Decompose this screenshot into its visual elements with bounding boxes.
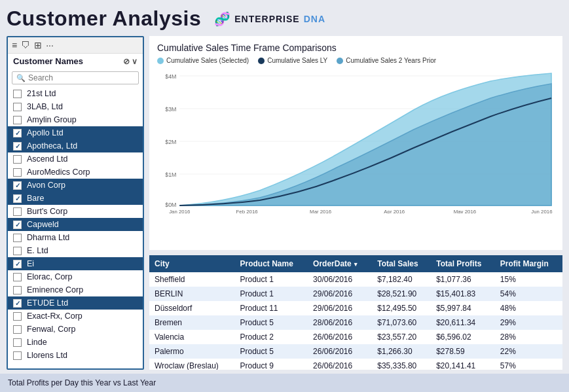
table-header-cell[interactable]: Profit Margin: [495, 255, 562, 272]
table-cell: $20,611.34: [431, 315, 495, 330]
checkbox[interactable]: ✓: [13, 142, 22, 151]
list-item[interactable]: ✓Bare: [8, 192, 143, 205]
list-item[interactable]: 21st Ltd: [8, 87, 143, 100]
svg-text:Mar 2016: Mar 2016: [310, 209, 332, 213]
table-cell: $278.59: [431, 344, 495, 359]
checkbox[interactable]: ✓: [13, 260, 22, 268]
checkbox[interactable]: [13, 155, 22, 164]
legend-dot: [337, 58, 343, 64]
customer-list: 21st Ltd3LAB, LtdAmylin Group✓Apollo Ltd…: [8, 87, 143, 368]
checkbox[interactable]: [13, 116, 22, 124]
table-cell: Product 1: [234, 287, 308, 301]
list-item[interactable]: ✓ETUDE Ltd: [8, 296, 143, 310]
customer-name-label: Capweld: [27, 220, 59, 229]
table-scroll[interactable]: CityProduct NameOrderDate▼Total SalesTot…: [149, 255, 562, 370]
menu-icon[interactable]: ≡: [12, 40, 17, 50]
table-cell: 57%: [495, 359, 562, 370]
customer-name-label: Avon Corp: [27, 181, 65, 190]
checkbox[interactable]: [13, 103, 22, 111]
checkbox[interactable]: [13, 312, 22, 321]
list-item[interactable]: 3LAB, Ltd: [8, 100, 143, 113]
search-icon: 🔍: [16, 74, 26, 82]
table-cell: Product 1: [234, 272, 308, 287]
filter-icon[interactable]: ⛉: [21, 40, 30, 50]
checkbox[interactable]: ✓: [13, 181, 22, 190]
search-input[interactable]: [28, 73, 134, 82]
legend-label: Cumulative Sales LY: [267, 57, 327, 64]
chart-area: $4M $3M $2M $1M $0M: [157, 69, 555, 213]
clear-selection-icon[interactable]: ⊘ ∨: [123, 57, 138, 66]
checkbox[interactable]: ✓: [13, 221, 22, 229]
table-header-cell[interactable]: OrderDate▼: [308, 255, 372, 272]
panel-toolbar: ≡ ⛉ ⊞ ···: [8, 37, 143, 54]
table-cell: Product 11: [234, 301, 308, 315]
list-item[interactable]: ✓Apotheca, Ltd: [8, 139, 143, 152]
checkbox[interactable]: [13, 168, 22, 177]
list-item[interactable]: ✓Ei: [8, 257, 143, 270]
checkbox[interactable]: [13, 247, 22, 255]
table-header-cell[interactable]: Total Sales: [372, 255, 431, 272]
list-item[interactable]: Fenwal, Corp: [8, 323, 143, 336]
checkbox[interactable]: [13, 325, 22, 334]
list-item[interactable]: ✓Apollo Ltd: [8, 126, 143, 139]
list-item[interactable]: Burt's Corp: [8, 205, 143, 218]
dna-icon: 🧬: [214, 11, 230, 27]
checkbox[interactable]: ✓: [13, 129, 22, 137]
table-header-cell[interactable]: Product Name: [234, 255, 308, 272]
list-item[interactable]: ✓Capweld: [8, 218, 143, 231]
checkbox[interactable]: ✓: [13, 194, 22, 203]
customer-name-label: Amylin Group: [27, 115, 77, 124]
dna-text: DNA: [304, 14, 325, 24]
list-item[interactable]: Dharma Ltd: [8, 231, 143, 244]
table-cell: $23,557.20: [372, 330, 431, 344]
checkbox[interactable]: [13, 351, 22, 360]
chart-legend: Cumulative Sales (Selected)Cumulative Sa…: [157, 57, 555, 64]
list-item[interactable]: ✓Avon Corp: [8, 179, 143, 192]
list-item[interactable]: Ascend Ltd: [8, 152, 143, 166]
page-title: Customer Analysis: [7, 7, 201, 31]
checkbox[interactable]: [13, 234, 22, 242]
table-cell: Product 5: [234, 344, 308, 359]
checkbox[interactable]: [13, 286, 22, 294]
svg-text:$0M: $0M: [165, 202, 176, 208]
table-header-cell[interactable]: Total Profits: [431, 255, 495, 272]
svg-text:Apr 2016: Apr 2016: [384, 209, 405, 213]
list-item[interactable]: AuroMedics Corp: [8, 166, 143, 179]
checkbox[interactable]: [13, 273, 22, 281]
list-item[interactable]: Amylin Group: [8, 113, 143, 126]
right-panel: Cumulative Sales Time Frame Comparisons …: [149, 36, 562, 370]
table-cell: $28,521.90: [372, 287, 431, 301]
svg-text:$4M: $4M: [165, 73, 176, 80]
table-cell: $20,141.41: [431, 359, 495, 370]
chart-svg: $4M $3M $2M $1M $0M: [157, 69, 555, 213]
table-body: SheffieldProduct 130/06/2016$7,182.40$1,…: [149, 272, 562, 370]
logo: 🧬 ENTERPRISE DNA: [214, 11, 325, 27]
panel-title: Customer Names: [13, 56, 83, 66]
table-cell: 54%: [495, 287, 562, 301]
customer-name-label: Apotheca, Ltd: [27, 141, 77, 151]
checkbox[interactable]: [13, 90, 22, 98]
table-header-cell[interactable]: City: [149, 255, 234, 272]
list-item[interactable]: Elorac, Corp: [8, 270, 143, 283]
table-cell: $1,266.30: [372, 344, 431, 359]
list-item[interactable]: E. Ltd: [8, 244, 143, 257]
customer-name-label: Burt's Corp: [27, 207, 67, 216]
table-cell: 22%: [495, 344, 562, 359]
grid-icon[interactable]: ⊞: [34, 40, 42, 50]
checkbox[interactable]: [13, 207, 22, 216]
sort-icon[interactable]: ▼: [353, 261, 359, 268]
more-icon[interactable]: ···: [46, 40, 54, 50]
table-container: CityProduct NameOrderDate▼Total SalesTot…: [149, 255, 562, 370]
checkbox[interactable]: [13, 338, 22, 347]
list-item[interactable]: Exact-Rx, Corp: [8, 310, 143, 323]
list-item[interactable]: Linde: [8, 336, 143, 349]
table-cell: BERLIN: [149, 287, 234, 301]
table-cell: Wroclaw (Breslau): [149, 359, 234, 370]
svg-text:May 2016: May 2016: [454, 209, 477, 213]
table-cell: Palermo: [149, 344, 234, 359]
table-cell: 48%: [495, 301, 562, 315]
table-cell: Sheffield: [149, 272, 234, 287]
list-item[interactable]: Llorens Ltd: [8, 349, 143, 362]
checkbox[interactable]: ✓: [13, 299, 22, 308]
list-item[interactable]: Eminence Corp: [8, 283, 143, 296]
